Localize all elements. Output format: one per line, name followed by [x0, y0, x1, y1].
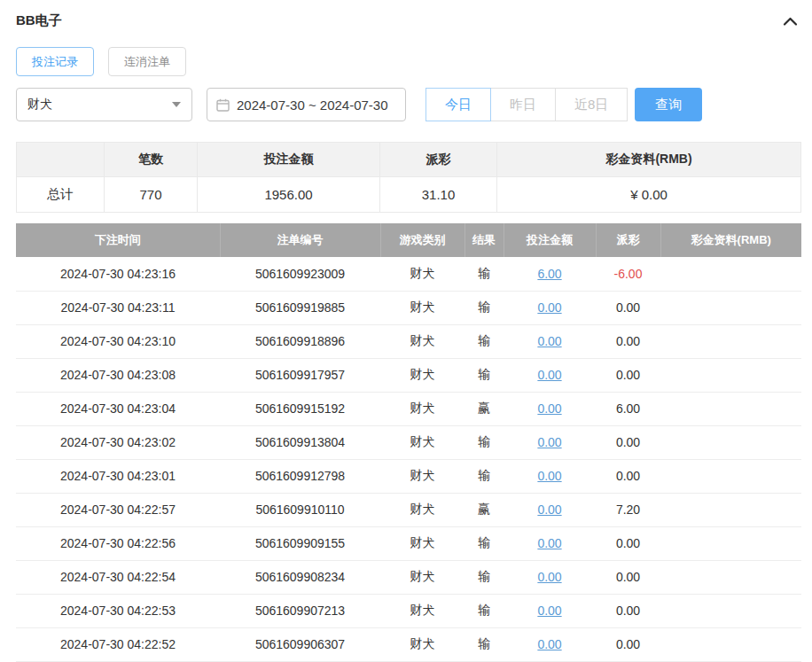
- summary-total-row: 总计 770 1956.00 31.10 ¥ 0.00: [17, 177, 801, 213]
- cell-bonus: [660, 459, 801, 493]
- cell-payout: 0.00: [596, 425, 660, 459]
- table-row: 2024-07-30 04:23:16 5061609923009 财犬 输 6…: [16, 257, 801, 291]
- col-header-bonus: 彩金资料(RMB): [660, 223, 801, 257]
- summary-header-payout: 派彩: [380, 143, 497, 177]
- bet-amount-link[interactable]: 0.00: [537, 502, 561, 517]
- cell-bonus: [660, 627, 801, 661]
- cell-bet-time: 2024-07-30 04:22:57: [16, 493, 220, 526]
- panel-header: BB电子: [16, 12, 801, 29]
- table-row: 2024-07-30 04:23:02 5061609913804 财犬 输 0…: [16, 425, 801, 459]
- summary-count-value: 770: [105, 177, 198, 213]
- cell-bet-time: 2024-07-30 04:23:10: [16, 324, 220, 358]
- cell-bet-amount: 0.00: [504, 425, 596, 459]
- bet-amount-link[interactable]: 0.00: [537, 435, 561, 449]
- cell-result: 输: [465, 627, 504, 661]
- calendar-icon: [216, 98, 230, 112]
- cell-bet-amount: 0.00: [504, 291, 596, 324]
- col-header-payout: 派彩: [596, 223, 660, 257]
- cell-result: 输: [465, 291, 504, 324]
- collapse-panel-button[interactable]: [779, 14, 801, 28]
- cell-result: 输: [465, 560, 504, 594]
- cell-bet-amount: 0.00: [504, 526, 596, 560]
- bet-amount-link[interactable]: 0.00: [537, 300, 561, 315]
- col-header-bet-time: 下注时间: [16, 223, 220, 257]
- cell-game-type: 财犬: [380, 291, 465, 324]
- quick-range-today[interactable]: 今日: [426, 88, 491, 121]
- cell-game-type: 财犬: [380, 526, 465, 560]
- game-select[interactable]: 财犬: [16, 88, 192, 121]
- table-row: 2024-07-30 04:23:04 5061609915192 财犬 赢 0…: [16, 392, 801, 425]
- summary-header-row: 笔数 投注金额 派彩 彩金资料(RMB): [17, 143, 801, 177]
- table-row: 2024-07-30 04:23:11 5061609919885 财犬 输 0…: [16, 291, 801, 324]
- bet-table: 下注时间 注单编号 游戏类别 结果 投注金额 派彩 彩金资料(RMB) 2024…: [16, 223, 801, 662]
- bet-amount-link[interactable]: 0.00: [537, 536, 561, 550]
- cell-payout: 0.00: [596, 560, 660, 594]
- cell-payout: 0.00: [596, 627, 660, 661]
- cell-order-no: 5061609909155: [220, 526, 380, 560]
- filter-bar: 财犬 2024-07-30 ~ 2024-07-30 今日 昨日 近8日 查询: [16, 88, 801, 121]
- bet-amount-link[interactable]: 0.00: [537, 334, 561, 348]
- tab-bet-records[interactable]: 投注记录: [16, 47, 94, 76]
- cell-bonus: [660, 526, 801, 560]
- bet-amount-link[interactable]: 6.00: [537, 267, 561, 281]
- cell-bonus: [660, 560, 801, 594]
- bet-amount-link[interactable]: 0.00: [537, 368, 561, 382]
- cell-bonus: [660, 358, 801, 392]
- cell-game-type: 财犬: [380, 560, 465, 594]
- table-row: 2024-07-30 04:23:10 5061609918896 财犬 输 0…: [16, 324, 801, 358]
- cell-bet-time: 2024-07-30 04:22:54: [16, 560, 220, 594]
- cell-bet-amount: 0.00: [504, 560, 596, 594]
- cell-payout: 0.00: [596, 358, 660, 392]
- cell-order-no: 5061609908234: [220, 560, 380, 594]
- cell-result: 输: [465, 526, 504, 560]
- col-header-bet-amount: 投注金额: [504, 223, 596, 257]
- quick-range-yesterday[interactable]: 昨日: [490, 88, 556, 121]
- cell-result: 输: [465, 358, 504, 392]
- cell-payout: 0.00: [596, 324, 660, 358]
- bet-amount-link[interactable]: 0.00: [537, 401, 561, 416]
- cell-bonus: [660, 425, 801, 459]
- cell-order-no: 5061609919885: [220, 291, 380, 324]
- cell-bet-time: 2024-07-30 04:23:01: [16, 459, 220, 493]
- table-row: 2024-07-30 04:22:53 5061609907213 财犬 输 0…: [16, 594, 801, 627]
- cell-bonus: [660, 257, 801, 291]
- game-select-value: 财犬: [27, 97, 52, 113]
- col-header-result: 结果: [465, 223, 504, 257]
- table-row: 2024-07-30 04:22:52 5061609906307 财犬 输 0…: [16, 627, 801, 661]
- bet-amount-link[interactable]: 0.00: [537, 469, 561, 483]
- cell-bet-time: 2024-07-30 04:22:56: [16, 526, 220, 560]
- cell-bet-amount: 0.00: [504, 493, 596, 526]
- summary-bet-amount-value: 1956.00: [198, 177, 380, 213]
- tab-cancelled-orders[interactable]: 连消注单: [108, 47, 186, 76]
- cell-bet-amount: 0.00: [504, 627, 596, 661]
- bet-amount-link[interactable]: 0.00: [537, 637, 561, 651]
- summary-header-bet-amount: 投注金额: [198, 143, 380, 177]
- cell-bet-time: 2024-07-30 04:23:02: [16, 425, 220, 459]
- chevron-up-icon: [783, 16, 798, 27]
- bet-amount-link[interactable]: 0.00: [537, 604, 561, 618]
- quick-range-last8days[interactable]: 近8日: [555, 88, 628, 121]
- bet-amount-link[interactable]: 0.00: [537, 570, 561, 584]
- cell-game-type: 财犬: [380, 257, 465, 291]
- cell-payout: 0.00: [596, 291, 660, 324]
- cell-game-type: 财犬: [380, 594, 465, 627]
- cell-bet-time: 2024-07-30 04:23:11: [16, 291, 220, 324]
- search-button[interactable]: 查询: [635, 88, 702, 121]
- cell-bet-time: 2024-07-30 04:23:04: [16, 392, 220, 425]
- cell-order-no: 5061609913804: [220, 425, 380, 459]
- cell-game-type: 财犬: [380, 425, 465, 459]
- table-row: 2024-07-30 04:22:54 5061609908234 财犬 输 0…: [16, 560, 801, 594]
- col-header-game-type: 游戏类别: [380, 223, 465, 257]
- cell-bet-amount: 0.00: [504, 324, 596, 358]
- date-range-picker[interactable]: 2024-07-30 ~ 2024-07-30: [207, 88, 406, 121]
- cell-order-no: 5061609915192: [220, 392, 380, 425]
- cell-order-no: 5061609907213: [220, 594, 380, 627]
- cell-game-type: 财犬: [380, 358, 465, 392]
- cell-result: 输: [465, 425, 504, 459]
- cell-order-no: 5061609910110: [220, 493, 380, 526]
- bet-table-body: 2024-07-30 04:23:16 5061609923009 财犬 输 6…: [16, 257, 801, 661]
- bet-record-panel: BB电子 投注记录 连消注单 财犬 2024-07-30: [0, 0, 812, 662]
- table-row: 2024-07-30 04:22:56 5061609909155 财犬 输 0…: [16, 526, 801, 560]
- summary-bonus-value: ¥ 0.00: [497, 177, 801, 213]
- cell-bet-amount: 0.00: [504, 358, 596, 392]
